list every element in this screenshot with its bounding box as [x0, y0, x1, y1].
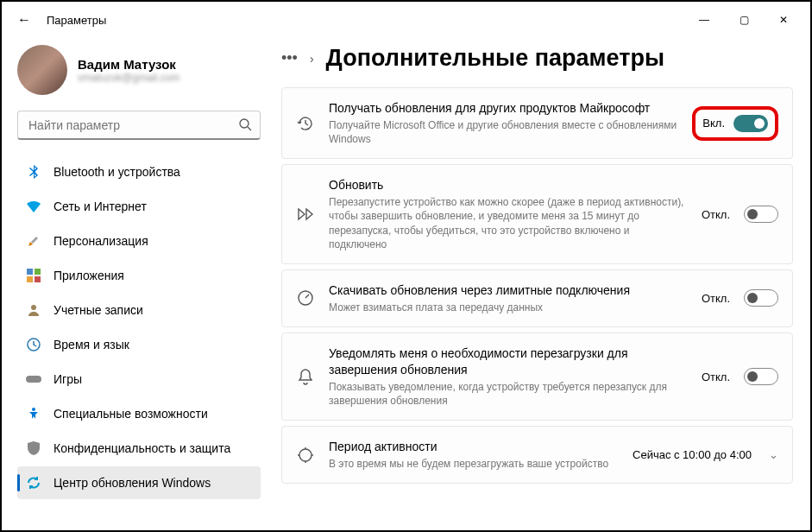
sidebar-item-network[interactable]: Сеть и Интернет — [17, 190, 261, 223]
setting-subtitle: Может взиматься плата за передачу данных — [329, 301, 688, 314]
apps-icon — [26, 268, 41, 283]
setting-card-active-hours[interactable]: Период активности В это время мы не буде… — [281, 426, 793, 484]
account-icon — [26, 302, 41, 318]
svg-rect-5 — [35, 276, 41, 282]
setting-subtitle: В это время мы не будем перезагружать ва… — [329, 457, 619, 471]
meter-icon — [296, 288, 315, 307]
chevron-down-icon: ⌄ — [769, 448, 778, 461]
sidebar-item-label: Время и язык — [54, 338, 129, 352]
search-input[interactable] — [17, 111, 261, 140]
sidebar-item-label: Приложения — [54, 269, 124, 282]
window-title: Параметры — [47, 14, 106, 27]
main-content: ••• › Дополнительные параметры Получать … — [269, 38, 810, 532]
sidebar-item-apps[interactable]: Приложения — [17, 259, 261, 292]
sidebar-item-gaming[interactable]: Игры — [17, 363, 261, 396]
titlebar: ← Параметры — ▢ ✕ — [2, 2, 810, 38]
highlight-annotation: Вкл. — [692, 106, 778, 141]
sidebar-item-personalization[interactable]: Персонализация — [17, 225, 261, 257]
sidebar-item-time-language[interactable]: Время и язык — [17, 328, 261, 361]
toggle-switch[interactable] — [744, 289, 778, 307]
svg-point-0 — [240, 119, 249, 128]
sidebar-item-label: Сеть и Интернет — [54, 200, 147, 213]
minimize-button[interactable]: — — [684, 6, 724, 34]
sidebar-item-label: Конфиденциальность и защита — [54, 441, 230, 455]
toggle-state-label: Откл. — [702, 292, 730, 305]
sidebar-item-label: Центр обновления Windows — [54, 476, 211, 490]
setting-title: Уведомлять меня о необходимости перезагр… — [329, 345, 688, 378]
back-button[interactable]: ← — [9, 4, 40, 35]
sidebar-item-privacy[interactable]: Конфиденциальность и защита — [17, 432, 261, 465]
setting-title: Период активности — [329, 439, 619, 455]
setting-card-notify-restart: Уведомлять меня о необходимости перезагр… — [281, 332, 793, 421]
history-icon — [296, 114, 315, 133]
sidebar-item-bluetooth[interactable]: Bluetooth и устройства — [17, 155, 261, 188]
setting-card-update-asap: Обновить Перезапустите устройство как мо… — [281, 164, 793, 264]
toggle-switch[interactable] — [733, 115, 768, 132]
page-header: ••• › Дополнительные параметры — [281, 45, 793, 72]
accessibility-icon — [26, 406, 41, 421]
search-icon — [238, 117, 252, 135]
svg-rect-8 — [26, 376, 41, 383]
active-hours-icon — [296, 446, 315, 465]
active-hours-value: Сейчас с 10:00 до 4:00 — [633, 448, 752, 461]
sidebar: Вадим Матузок vmatuzok@gmail.com Bluetoo… — [2, 38, 269, 532]
maximize-button[interactable]: ▢ — [724, 6, 764, 34]
sidebar-item-label: Игры — [54, 372, 82, 386]
toggle-state-label: Откл. — [702, 370, 730, 383]
sidebar-item-accessibility[interactable]: Специальные возможности — [17, 397, 261, 430]
svg-rect-4 — [27, 276, 33, 282]
svg-point-6 — [31, 305, 36, 310]
close-button[interactable]: ✕ — [764, 6, 803, 34]
sidebar-item-label: Учетные записи — [54, 303, 143, 317]
toggle-state-label: Вкл. — [702, 117, 725, 130]
svg-point-9 — [32, 408, 35, 411]
setting-title: Скачивать обновления через лимитные подк… — [329, 282, 688, 299]
sidebar-item-accounts[interactable]: Учетные записи — [17, 294, 261, 326]
search-wrap — [17, 111, 261, 140]
toggle-switch[interactable] — [744, 368, 778, 385]
time-icon — [26, 337, 41, 352]
nav-list: Bluetooth и устройства Сеть и Интернет П… — [17, 155, 261, 499]
svg-rect-3 — [35, 269, 41, 275]
shield-icon — [26, 440, 41, 456]
avatar — [17, 45, 67, 95]
svg-point-11 — [299, 449, 312, 461]
toggle-state-label: Откл. — [702, 208, 730, 221]
setting-subtitle: Получайте Microsoft Office и другие обно… — [329, 118, 678, 146]
wifi-icon — [26, 199, 41, 214]
setting-card-metered: Скачивать обновления через лимитные подк… — [281, 269, 793, 327]
bluetooth-icon — [26, 164, 41, 180]
svg-line-1 — [248, 127, 251, 130]
setting-card-other-products: Получать обновления для других продуктов… — [281, 87, 793, 159]
window-controls: — ▢ ✕ — [684, 6, 803, 34]
setting-title: Получать обновления для других продуктов… — [329, 100, 678, 117]
page-title: Дополнительные параметры — [326, 45, 664, 72]
bell-icon — [296, 367, 315, 386]
svg-rect-2 — [27, 269, 33, 275]
sidebar-item-label: Персонализация — [54, 234, 148, 248]
breadcrumb-overflow[interactable]: ••• — [281, 49, 298, 67]
sidebar-item-label: Специальные возможности — [54, 407, 208, 421]
user-profile[interactable]: Вадим Матузок vmatuzok@gmail.com — [17, 45, 261, 95]
setting-subtitle: Показывать уведомление, когда устройству… — [329, 380, 688, 408]
games-icon — [26, 371, 41, 387]
fast-forward-icon — [296, 205, 315, 224]
user-name: Вадим Матузок — [78, 57, 179, 72]
toggle-switch[interactable] — [744, 206, 778, 223]
user-email: vmatuzok@gmail.com — [78, 72, 179, 84]
setting-title: Обновить — [329, 177, 688, 193]
brush-icon — [26, 233, 41, 249]
sidebar-item-windows-update[interactable]: Центр обновления Windows — [17, 466, 261, 499]
setting-subtitle: Перезапустите устройство как можно скоре… — [329, 195, 688, 251]
chevron-right-icon: › — [310, 52, 314, 66]
update-icon — [26, 475, 41, 491]
sidebar-item-label: Bluetooth и устройства — [54, 165, 180, 179]
